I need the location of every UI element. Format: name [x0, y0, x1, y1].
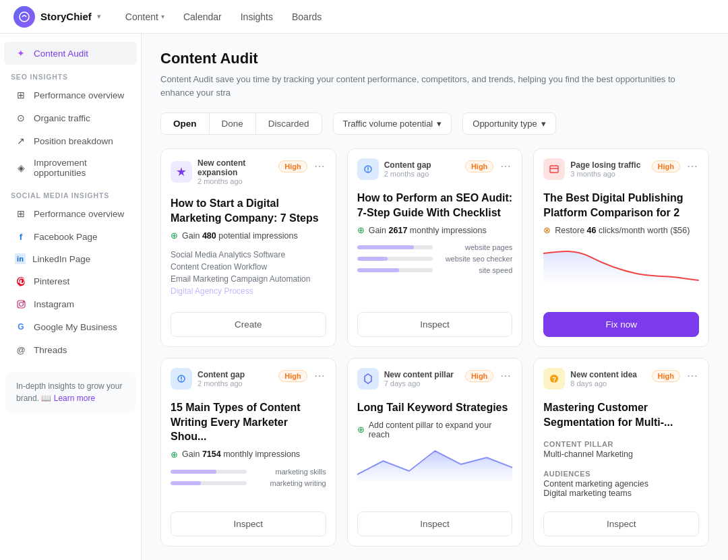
sidebar: ✦ Content Audit SEO INSIGHTS ⊞ Performan… — [0, 34, 142, 560]
metric-row-2: website seo checker — [357, 255, 513, 263]
metric-label-1: website pages — [438, 243, 512, 251]
content-audit-icon: ✦ — [15, 47, 27, 59]
metric-row-1: marketing skills — [171, 468, 326, 476]
sidebar-item-pinterest[interactable]: Pinterest — [4, 270, 137, 292]
card-6-date: 8 days ago — [570, 379, 637, 387]
filter-opportunity-type[interactable]: Opportunity type ▾ — [462, 113, 555, 135]
card-3-header: Page losing traffic 3 months ago High ⋯ — [534, 149, 708, 185]
gain-plus-icon: ⊕ — [171, 230, 178, 241]
gmb-icon: G — [15, 321, 27, 333]
card-3-chart — [543, 243, 699, 284]
card-1-gain: ⊕ Gain 480 potential impressions — [171, 230, 326, 241]
brand-chevron-icon: ▾ — [97, 12, 101, 21]
sidebar-item-improvement[interactable]: ◈ Improvement opportunities — [4, 152, 137, 183]
card-3-badge: High — [652, 160, 680, 173]
tab-filter-row: Open Done Discarded Traffic volume poten… — [160, 113, 709, 135]
card-1-footer: Create — [161, 312, 336, 346]
card-5-type-label: New content pillar — [384, 370, 454, 379]
card-5-inspect-button[interactable]: Inspect — [357, 511, 513, 536]
sidebar-item-threads[interactable]: @ Threads — [4, 338, 137, 361]
card-5-icon — [357, 368, 379, 390]
main-layout: ✦ Content Audit SEO INSIGHTS ⊞ Performan… — [0, 34, 728, 560]
audiences-value-2: Digital marketing teams — [543, 489, 690, 498]
card-3-gain: ⊗ Restore 46 clicks/month worth ($56) — [543, 225, 699, 235]
card-1-menu-icon[interactable]: ⋯ — [313, 158, 326, 174]
card-5-body: Long Tail Keyword Strategies ⊕ Add conte… — [348, 395, 522, 511]
card-1-create-button[interactable]: Create — [171, 312, 326, 337]
sidebar-item-position-breakdown[interactable]: ↗ Position breakdown — [4, 129, 137, 152]
sidebar-label: Google My Business — [34, 322, 117, 332]
sidebar-item-perf-overview[interactable]: ⊞ Performance overview — [4, 84, 137, 106]
nav-insights[interactable]: Insights — [233, 7, 281, 26]
card-1-icon — [171, 161, 192, 183]
card-2-icon — [357, 158, 379, 180]
card-2: Content gap 2 months ago High ⋯ How to P… — [347, 148, 523, 347]
brand-name: StoryChief — [40, 11, 92, 22]
page-title: Content Audit — [160, 50, 709, 67]
card-3-fix-button[interactable]: Fix now — [543, 312, 699, 337]
card-6-type-label: New content idea — [570, 370, 637, 379]
filter-label: Opportunity type — [473, 119, 537, 129]
card-3-menu-icon[interactable]: ⋯ — [686, 158, 699, 174]
card-1-keywords: Social Media Analytics Software Content … — [171, 249, 326, 297]
sidebar-item-google-my-business[interactable]: G Google My Business — [4, 315, 137, 338]
social-section-label: SOCIAL MEDIA INSIGHTS — [0, 183, 141, 202]
card-4-footer: Inspect — [161, 511, 336, 546]
sidebar-label: LinkedIn Page — [32, 254, 90, 264]
nav-items: Content ▾ Calendar Insights Boards — [117, 7, 330, 26]
card-1-type-label: New content expansion — [198, 158, 278, 177]
card-4-inspect-button[interactable]: Inspect — [171, 511, 326, 536]
card-6-footer: Inspect — [534, 511, 708, 546]
card-5-date: 7 days ago — [384, 379, 454, 387]
card-5-menu-icon[interactable]: ⋯ — [499, 368, 512, 383]
svg-point-3 — [23, 301, 24, 302]
card-2-body: How to Perform an SEO Audit: 7-Step Guid… — [348, 185, 522, 312]
card-3-date: 3 months ago — [570, 170, 640, 178]
card-2-date: 2 months ago — [384, 170, 431, 178]
pillar-value: Multi-channel Marketing — [543, 449, 690, 459]
card-5-chart — [357, 447, 513, 481]
metric-label-2: website seo checker — [438, 255, 512, 263]
logo-area[interactable]: StoryChief ▾ — [13, 6, 101, 28]
tab-done[interactable]: Done — [210, 113, 256, 134]
card-6-menu-icon[interactable]: ⋯ — [686, 368, 699, 383]
nav-boards[interactable]: Boards — [284, 7, 330, 26]
nav-content[interactable]: Content ▾ — [117, 7, 173, 26]
filter-traffic-volume[interactable]: Traffic volume potential ▾ — [333, 113, 452, 135]
sidebar-item-content-audit[interactable]: ✦ Content Audit — [4, 42, 137, 65]
card-1-badge: High — [278, 160, 307, 173]
tab-discarded[interactable]: Discarded — [256, 113, 322, 134]
tab-open[interactable]: Open — [161, 113, 210, 134]
card-1-type: New content expansion 2 months ago — [171, 158, 278, 185]
book-icon: 📖 — [41, 394, 53, 403]
sidebar-item-linkedin[interactable]: in LinkedIn Page — [4, 248, 137, 270]
nav-calendar[interactable]: Calendar — [175, 7, 230, 26]
sidebar-item-organic-traffic[interactable]: ⊙ Organic traffic — [4, 106, 137, 129]
card-2-gain-text: Gain 2617 monthly impressions — [369, 226, 487, 235]
card-4-metrics: marketing skills marketing writing — [171, 468, 326, 487]
learn-more-link[interactable]: Learn more — [54, 394, 95, 403]
sidebar-item-facebook[interactable]: f Facebook Page — [4, 225, 137, 248]
card-4-badge: High — [278, 370, 307, 382]
keyword-1: Social Media Analytics Software — [171, 249, 326, 261]
chevron-down-icon: ▾ — [437, 119, 442, 129]
svg-rect-5 — [550, 166, 558, 173]
card-2-menu-icon[interactable]: ⋯ — [499, 158, 512, 174]
card-5-gain-text: Add content pillar to expand your reach — [369, 421, 513, 439]
perf-overview-icon: ⊞ — [15, 89, 27, 101]
seo-section-label: SEO INSIGHTS — [0, 65, 141, 84]
sidebar-item-instagram[interactable]: Instagram — [4, 292, 137, 315]
card-4-menu-icon[interactable]: ⋯ — [313, 368, 326, 383]
card-6-inspect-button[interactable]: Inspect — [543, 511, 699, 536]
card-5-gain: ⊕ Add content pillar to expand your reac… — [357, 421, 513, 439]
keyword-2: Content Creation Workflow — [171, 261, 326, 273]
sidebar-item-social-perf[interactable]: ⊞ Performance overview — [4, 202, 137, 225]
sidebar-label: Organic traffic — [34, 113, 90, 123]
card-6-type: New content idea 8 days ago — [543, 368, 637, 390]
gain-plus-icon: ⊕ — [357, 425, 365, 435]
card-6-audiences-section: Audiences Content marketing agencies Dig… — [543, 464, 699, 503]
card-2-inspect-button[interactable]: Inspect — [357, 312, 513, 337]
logo-icon — [13, 6, 35, 28]
metric-label-3: site speed — [438, 266, 512, 274]
page-description: Content Audit save you time by tracking … — [160, 73, 709, 99]
